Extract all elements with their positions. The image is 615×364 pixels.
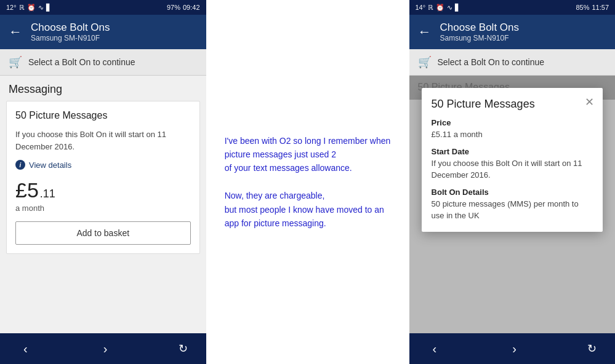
temp-left: 12° [6,4,17,11]
nav-forward-right[interactable]: › [507,339,521,358]
bottom-nav-right: ‹ › ↻ [409,333,616,364]
section-heading-left: Messaging [0,76,206,101]
nav-back-left[interactable]: ‹ [18,339,33,358]
nav-refresh-left[interactable]: ↻ [179,342,188,355]
annotation-text: I've been with O2 so long I remember whe… [225,134,391,231]
header-subtitle-right: Samsung SM-N910F [440,34,520,42]
signal-icon: ▋ [46,4,51,12]
select-banner-left: 🛒 Select a Bolt On to continue [0,49,206,76]
wifi-icon-right: ∿ [447,4,452,12]
banner-text-left: Select a Bolt On to continue [28,57,135,67]
view-details-text-left: View details [29,160,71,170]
price-period-left: a month [15,204,191,213]
banner-text-right: Select a Bolt On to continue [438,57,545,67]
battery-right: 85% [576,4,589,11]
add-to-basket-button-left[interactable]: Add to basket [15,221,191,245]
bolt-on-value: 50 picture messages (MMS) per month to u… [432,198,593,222]
temp-right: 14° [416,4,426,11]
status-bar-right: 14° ℝ ⏰ ∿ ▋ 85% 11:57 [409,0,616,15]
card-left: 50 Picture Messages If you choose this B… [6,101,200,254]
price-decimal-left: .11 [40,188,55,200]
alarm-icon-right: ⏰ [436,4,444,12]
modal-popup: 50 Picture Messages ✕ Price £5.11 a mont… [422,88,603,232]
bottom-nav-left: ‹ › ↻ [0,333,206,364]
battery-left: 97% [167,4,180,11]
start-date-value: If you choose this Bolt On it will start… [432,157,593,181]
nav-refresh-right[interactable]: ↻ [587,342,597,355]
price-label: Price [432,118,593,127]
header-title-right: Choose Bolt Ons [440,22,520,34]
nav-back-right[interactable]: ‹ [428,339,442,358]
bluetooth-icon: ℝ [19,4,25,12]
header-subtitle-left: Samsung SM-N910F [31,34,110,42]
signal-icon-right: ▋ [455,4,460,12]
modal-close-button[interactable]: ✕ [585,97,594,108]
price-main-left: £5 [15,178,39,202]
start-date-label: Start Date [432,147,593,156]
header-title-left: Choose Bolt Ons [31,22,110,34]
modal-title: 50 Picture Messages [432,98,593,111]
bolt-on-label: Bolt On Details [432,188,593,197]
annotation-area: I've been with O2 so long I remember whe… [206,0,409,364]
content-left: Messaging 50 Picture Messages If you cho… [0,76,206,333]
bluetooth-icon-right: ℝ [428,4,433,12]
info-icon-left: i [15,160,25,170]
status-bar-left: 12° ℝ ⏰ ∿ ▋ 97% 09:42 [0,0,206,15]
content-right: 50 Picture Messages 50 Picture Messages … [409,76,616,333]
nav-forward-left[interactable]: › [98,339,113,358]
modal-overlay: 50 Picture Messages ✕ Price £5.11 a mont… [409,76,616,333]
basket-icon-left: 🛒 [9,55,22,69]
wifi-icon: ∿ [38,4,44,12]
card-title-left: 50 Picture Messages [15,110,191,121]
view-details-left[interactable]: i View details [15,160,191,170]
select-banner-right: 🛒 Select a Bolt On to continue [409,49,616,76]
right-phone: 14° ℝ ⏰ ∿ ▋ 85% 11:57 ← Choose Bolt Ons … [409,0,616,364]
header-left: ← Choose Bolt Ons Samsung SM-N910F [0,15,206,49]
time-right: 11:57 [592,4,609,11]
header-right: ← Choose Bolt Ons Samsung SM-N910F [409,15,616,49]
left-phone: 12° ℝ ⏰ ∿ ▋ 97% 09:42 ← Choose Bolt Ons … [0,0,206,364]
alarm-icon: ⏰ [27,4,36,12]
back-arrow-right[interactable]: ← [418,24,432,40]
time-left: 09:42 [183,4,200,11]
price-value: £5.11 a month [432,129,593,141]
price-row-left: £5 .11 [15,178,191,202]
back-arrow-left[interactable]: ← [9,24,22,40]
card-body-left: If you choose this Bolt On it will start… [15,129,191,152]
basket-icon-right: 🛒 [418,55,432,69]
